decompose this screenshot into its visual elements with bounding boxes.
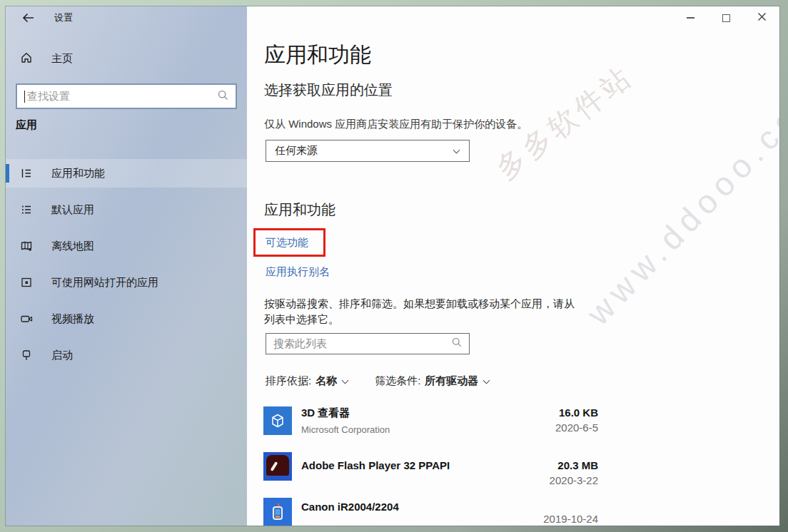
source-description: 仅从 Windows 应用商店安装应用有助于保护你的设备。 [264,118,527,131]
main-content: 多多软件站 www.ddooo.com 应用和功能 选择获取应用的位置 仅从 W… [247,6,779,526]
optional-features-link[interactable]: 可选功能 [266,236,308,250]
chevron-down-icon [453,147,460,154]
app-publisher: Microsoft Corporation [301,424,390,435]
back-button[interactable] [18,11,38,28]
3d-viewer-app-icon [263,406,292,435]
sidebar-item-startup[interactable]: 启动 [6,341,247,369]
filter-value-dropdown[interactable]: 所有驱动器 [425,374,478,388]
sort-label: 排序依据: [266,374,311,388]
close-icon [757,11,767,24]
apps-for-websites-icon [20,276,33,289]
sort-value-dropdown[interactable]: 名称 [315,374,337,388]
filter-label: 筛选条件: [375,374,420,388]
sidebar-item-label: 主页 [51,52,73,66]
apps-features-icon [20,167,33,180]
chevron-down-icon[interactable] [342,377,349,384]
sidebar-section-apps: 应用 [16,118,37,132]
app-date: 2019-10-24 [543,513,598,525]
sidebar-item-label: 启动 [51,349,73,362]
home-icon [20,51,33,66]
app-row-3d-viewer[interactable]: 3D 查看器 Microsoft Corporation 16.0 KB 202… [247,406,779,452]
video-playback-icon [20,312,33,325]
app-date: 2020-3-22 [550,474,598,486]
apps-list-description: 按驱动器搜索、排序和筛选。如果想要卸载或移动某个应用，请从 列表中选择它。 [264,296,615,327]
app-name: Adobe Flash Player 32 PPAPI [301,459,450,471]
screenshot-frame: 设置 主页 查找设置 应用 应用和功能 [0,0,788,532]
app-name: Canon iR2004/2204 [301,501,399,513]
app-row-canon-printer[interactable]: Canon iR2004/2204 2019-10-24 [247,498,779,526]
chevron-down-icon[interactable] [483,377,490,384]
sort-filter-row: 排序依据: 名称 筛选条件: 所有驱动器 [266,374,489,388]
sidebar-item-label: 视频播放 [51,312,94,326]
sidebar-item-offline-maps[interactable]: 离线地图 [6,232,247,260]
sidebar-item-apps-for-websites[interactable]: 可使用网站打开的应用 [6,268,247,297]
minimize-button[interactable] [672,6,708,29]
adobe-flash-app-icon [263,452,292,481]
app-date: 2020-6-5 [555,421,598,434]
app-list-search-input[interactable]: 搜索此列表 [266,333,470,354]
choose-source-heading: 选择获取应用的位置 [264,81,393,100]
sidebar-item-default-apps[interactable]: 默认应用 [6,195,247,224]
sidebar-item-video-playback[interactable]: 视频播放 [6,305,247,333]
page-title: 应用和功能 [264,41,371,70]
settings-search-input[interactable]: 查找设置 [16,83,237,109]
canon-printer-app-icon [263,498,292,526]
window-controls [672,6,779,29]
text-caret [24,91,25,103]
search-icon [452,337,462,350]
minimize-icon [687,17,694,19]
app-row-adobe-flash[interactable]: Adobe Flash Player 32 PPAPI 20.3 MB 2020… [247,452,779,498]
sidebar-item-label: 应用和功能 [51,167,105,180]
search-icon [218,90,228,103]
default-apps-icon [20,203,33,216]
watermark-url: www.ddooo.com [579,73,779,332]
apps-features-heading: 应用和功能 [264,200,335,220]
app-execution-aliases-link[interactable]: 应用执行别名 [266,265,330,279]
offline-maps-icon [20,240,33,252]
sidebar-item-label: 可使用网站打开的应用 [51,276,158,290]
close-button[interactable] [744,6,779,29]
maximize-button[interactable] [708,6,744,29]
sidebar-item-home[interactable]: 主页 [6,44,247,73]
sidebar-item-label: 默认应用 [51,203,94,217]
search-placeholder: 搜索此列表 [273,337,327,351]
sidebar-item-apps-features[interactable]: 应用和功能 [6,159,247,188]
startup-icon [20,349,33,362]
settings-window: 设置 主页 查找设置 应用 应用和功能 [6,6,779,526]
back-arrow-icon [22,13,34,26]
dropdown-value: 任何来源 [275,144,318,158]
window-title: 设置 [54,11,73,24]
search-placeholder: 查找设置 [27,90,70,103]
app-source-dropdown[interactable]: 任何来源 [266,140,470,162]
sidebar: 设置 主页 查找设置 应用 应用和功能 [6,6,247,526]
sidebar-item-label: 离线地图 [51,240,94,253]
app-size: 16.0 KB [555,406,598,419]
app-name: 3D 查看器 [301,406,390,420]
app-size: 20.3 MB [550,459,598,471]
maximize-icon [722,14,730,22]
